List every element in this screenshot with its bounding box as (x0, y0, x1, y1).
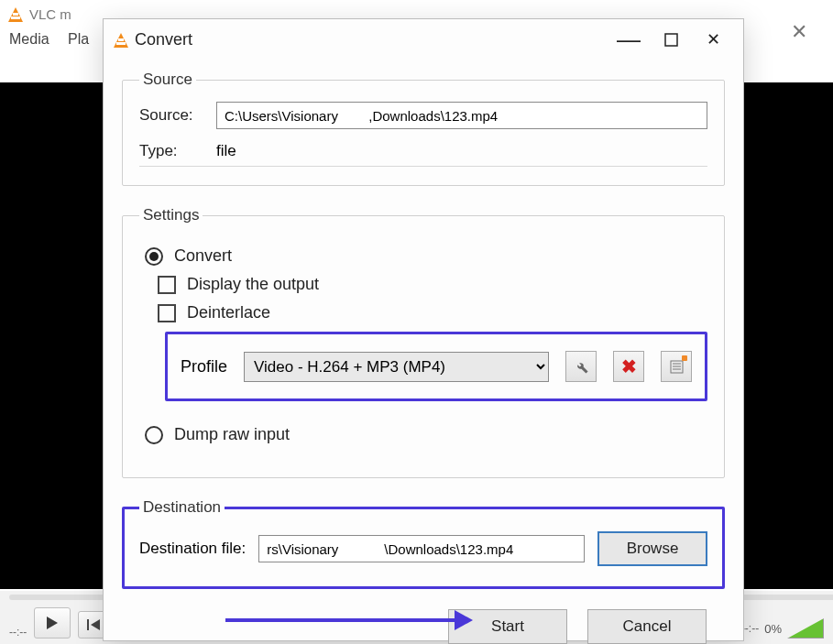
profile-label: Profile (181, 357, 227, 377)
minimize-button[interactable]: — (608, 24, 650, 55)
svg-rect-4 (665, 34, 677, 46)
display-output-row[interactable]: Display the output (158, 275, 707, 294)
main-close-icon[interactable]: ✕ (791, 20, 807, 44)
dialog-title: Convert (135, 30, 192, 49)
svg-marker-0 (47, 617, 58, 629)
volume-area: --:-- 0% (741, 618, 824, 639)
dialog-titlebar[interactable]: Convert — ✕ (104, 19, 743, 60)
dump-raw-label: Dump raw input (174, 425, 290, 444)
convert-label: Convert (174, 246, 232, 266)
display-output-checkbox[interactable] (158, 276, 176, 294)
svg-rect-1 (87, 619, 89, 630)
menu-playback[interactable]: Pla (68, 31, 89, 47)
x-icon: ✖ (621, 355, 637, 377)
convert-dialog: Convert — ✕ Source Source: Type: file Se… (103, 18, 744, 641)
source-group: Source Source: Type: file (122, 71, 725, 186)
wrench-icon (574, 359, 589, 375)
source-input[interactable] (216, 102, 707, 129)
destination-input[interactable] (258, 535, 585, 562)
svg-marker-2 (91, 619, 100, 630)
dump-raw-radio[interactable] (145, 426, 163, 444)
display-output-label: Display the output (187, 275, 319, 294)
new-profile-button[interactable] (661, 351, 692, 382)
delete-profile-button[interactable]: ✖ (613, 351, 644, 382)
browse-button[interactable]: Browse (597, 531, 707, 566)
profile-row: Profile Video - H.264 + MP3 (MP4) ✖ (165, 332, 707, 401)
maximize-icon (664, 33, 678, 47)
dump-raw-row[interactable]: Dump raw input (145, 425, 707, 444)
settings-legend: Settings (139, 206, 203, 224)
cancel-button[interactable]: Cancel (587, 609, 707, 644)
close-button[interactable]: ✕ (692, 24, 734, 55)
menu-media[interactable]: Media (9, 31, 49, 47)
edit-profile-button[interactable] (565, 351, 597, 382)
play-button[interactable] (34, 607, 71, 639)
profile-select[interactable]: Video - H.264 + MP3 (MP4) (244, 352, 549, 382)
type-value: file (216, 142, 236, 160)
deinterlace-label: Deinterlace (187, 303, 270, 322)
deinterlace-checkbox[interactable] (158, 304, 176, 322)
type-label: Type: (139, 142, 203, 160)
source-legend: Source (139, 71, 196, 89)
volume-percent: 0% (764, 622, 782, 636)
time-elapsed: --:-- (9, 626, 27, 639)
convert-radio[interactable] (145, 247, 163, 266)
destination-label: Destination file: (139, 540, 246, 558)
main-title: VLC m (29, 6, 71, 22)
deinterlace-row[interactable]: Deinterlace (158, 303, 707, 322)
list-icon (670, 360, 684, 374)
annotation-arrow (225, 610, 473, 630)
maximize-button[interactable] (650, 24, 692, 55)
destination-legend: Destination (139, 498, 225, 517)
settings-group: Settings Convert Display the output Dein… (122, 206, 725, 478)
convert-radio-row[interactable]: Convert (145, 246, 707, 266)
source-label: Source: (139, 106, 203, 125)
vlc-cone-icon (7, 5, 24, 22)
volume-slider[interactable] (787, 618, 824, 639)
vlc-cone-icon (113, 31, 129, 48)
destination-group: Destination Destination file: Browse (122, 498, 725, 589)
